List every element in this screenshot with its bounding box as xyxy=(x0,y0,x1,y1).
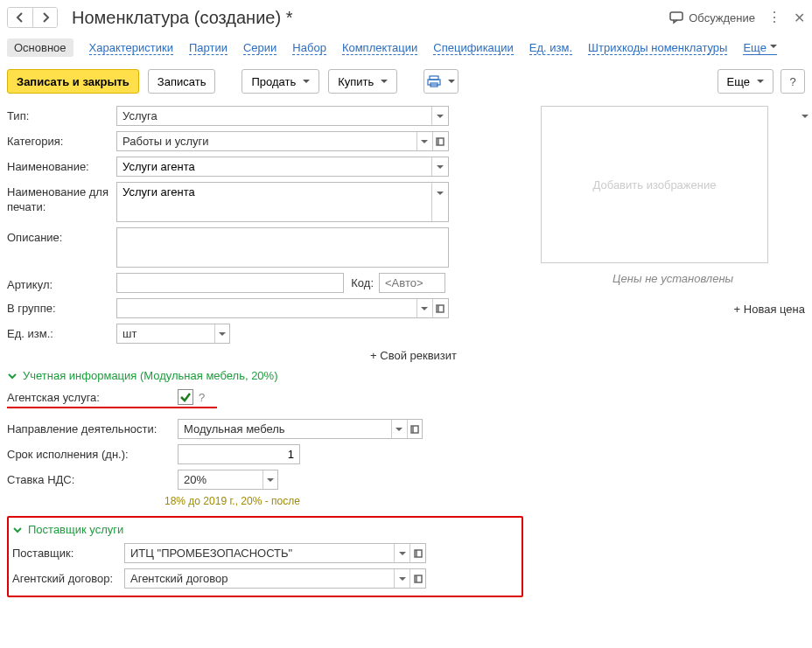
term-input[interactable] xyxy=(178,445,299,463)
print-name-dropdown[interactable] xyxy=(431,183,448,221)
section-accounting-toggle[interactable]: Учетная информация (Модульная мебель, 20… xyxy=(7,369,523,382)
activity-open[interactable] xyxy=(407,420,423,438)
article-field[interactable] xyxy=(116,273,344,293)
print-name-input[interactable]: Услуги агента xyxy=(117,183,431,221)
svg-rect-5 xyxy=(437,305,444,312)
unit-field[interactable]: шт xyxy=(116,324,230,344)
save-close-button[interactable]: Записать и закрыть xyxy=(7,69,139,94)
supplier-value: ИТЦ "ПРОМБЕЗОПАСНОСТЬ" xyxy=(125,544,394,562)
tab-barcodes[interactable]: Штрихкоды номенклатуры xyxy=(588,41,727,55)
svg-rect-4 xyxy=(437,138,444,145)
svg-rect-2 xyxy=(428,80,440,85)
buy-button[interactable]: Купить xyxy=(328,69,397,94)
group-dropdown[interactable] xyxy=(416,299,432,317)
contract-dropdown[interactable] xyxy=(394,569,410,588)
unit-value: шт xyxy=(117,324,214,343)
term-field[interactable] xyxy=(178,444,300,464)
unit-dropdown[interactable] xyxy=(214,324,229,343)
activity-value: Модульная мебель xyxy=(178,420,391,438)
tab-series[interactable]: Серии xyxy=(243,41,276,55)
supplier-label: Поставщик: xyxy=(12,547,124,560)
discussion-button[interactable]: Обсуждение xyxy=(669,10,755,24)
term-label: Срок исполнения (дн.): xyxy=(7,448,178,461)
activity-field[interactable]: Модульная мебель xyxy=(178,419,423,439)
type-field[interactable]: Услуга xyxy=(116,106,449,126)
print-button[interactable] xyxy=(424,69,458,94)
svg-rect-0 xyxy=(670,12,682,20)
tab-batches[interactable]: Партии xyxy=(189,41,228,55)
agent-service-label: Агентская услуга: xyxy=(7,391,178,404)
image-settings-button[interactable] xyxy=(800,111,808,122)
name-input[interactable] xyxy=(117,157,431,176)
tab-characteristics[interactable]: Характеристики xyxy=(89,41,173,55)
new-price-link[interactable]: + Новая цена xyxy=(541,303,805,316)
close-button[interactable]: ✕ xyxy=(794,10,805,26)
own-requisite-link[interactable]: + Свой реквизит xyxy=(7,349,523,362)
chevron-down-icon xyxy=(12,525,23,535)
forward-button[interactable] xyxy=(32,8,57,27)
name-field[interactable] xyxy=(116,157,449,177)
group-open[interactable] xyxy=(432,299,448,317)
code-input[interactable] xyxy=(380,274,444,292)
image-placeholder[interactable]: Добавить изображение xyxy=(541,106,768,263)
vat-value: 20% xyxy=(178,470,262,489)
category-field[interactable]: Работы и услуги xyxy=(116,131,449,151)
code-label: Код: xyxy=(344,276,379,289)
chevron-down-icon xyxy=(7,371,18,381)
tab-bundles[interactable]: Комплектации xyxy=(342,41,417,55)
agent-service-help[interactable]: ? xyxy=(199,391,205,404)
group-label: В группе: xyxy=(7,298,116,315)
category-value: Работы и услуги xyxy=(117,132,416,150)
print-name-label: Наименование для печати: xyxy=(7,182,116,215)
no-prices-label: Цены не установлены xyxy=(541,272,805,285)
activity-dropdown[interactable] xyxy=(391,420,407,438)
print-name-field[interactable]: Услуги агента xyxy=(116,182,449,222)
back-button[interactable] xyxy=(8,8,32,27)
contract-open[interactable] xyxy=(410,569,425,588)
supplier-open[interactable] xyxy=(410,544,425,562)
chat-icon xyxy=(669,10,683,24)
contract-label: Агентский договор: xyxy=(12,572,124,585)
window-title: Номенклатура (создание) * xyxy=(65,8,662,28)
contract-value: Агентский договор xyxy=(125,569,394,588)
descr-input[interactable] xyxy=(117,228,448,267)
svg-rect-8 xyxy=(415,575,422,582)
vat-dropdown[interactable] xyxy=(262,470,277,489)
vat-label: Ставка НДС: xyxy=(7,473,178,486)
agent-service-checkbox[interactable] xyxy=(178,389,193,405)
tab-set[interactable]: Набор xyxy=(292,41,326,55)
group-input[interactable] xyxy=(117,299,416,317)
discussion-label: Обсуждение xyxy=(689,11,755,24)
vat-field[interactable]: 20% xyxy=(178,470,278,490)
article-label: Артикул: xyxy=(7,275,116,291)
sell-button[interactable]: Продать xyxy=(242,69,319,94)
name-dropdown[interactable] xyxy=(431,157,448,176)
svg-rect-7 xyxy=(415,550,422,557)
help-button[interactable]: ? xyxy=(780,69,805,94)
section-supplier-toggle[interactable]: Поставщик услуги xyxy=(12,523,516,536)
svg-rect-6 xyxy=(411,426,418,433)
tab-bar: Основное Характеристики Партии Серии Наб… xyxy=(7,35,805,66)
article-input[interactable] xyxy=(117,274,343,292)
category-open[interactable] xyxy=(432,132,448,150)
kebab-menu[interactable]: ⋮ xyxy=(767,10,781,24)
supplier-dropdown[interactable] xyxy=(394,544,410,562)
descr-label: Описание: xyxy=(7,227,116,244)
type-dropdown[interactable] xyxy=(431,107,448,125)
tab-main[interactable]: Основное xyxy=(7,38,74,57)
type-value: Услуга xyxy=(117,107,431,125)
more-button[interactable]: Еще xyxy=(718,69,774,94)
tab-more[interactable]: Еще xyxy=(743,41,776,55)
activity-label: Направление деятельности: xyxy=(7,422,178,435)
category-dropdown[interactable] xyxy=(416,132,432,150)
toolbar: Записать и закрыть Записать Продать Купи… xyxy=(7,69,805,94)
contract-field[interactable]: Агентский договор xyxy=(124,568,426,589)
code-field[interactable] xyxy=(379,273,445,293)
supplier-field[interactable]: ИТЦ "ПРОМБЕЗОПАСНОСТЬ" xyxy=(124,543,426,563)
tab-specs[interactable]: Спецификации xyxy=(433,41,514,55)
group-field[interactable] xyxy=(116,298,449,318)
descr-field[interactable] xyxy=(116,227,449,268)
save-button[interactable]: Записать xyxy=(148,69,216,94)
supplier-section-highlight: Поставщик услуги Поставщик: ИТЦ "ПРОМБЕЗ… xyxy=(7,516,523,597)
tab-units[interactable]: Ед. изм. xyxy=(529,41,572,55)
